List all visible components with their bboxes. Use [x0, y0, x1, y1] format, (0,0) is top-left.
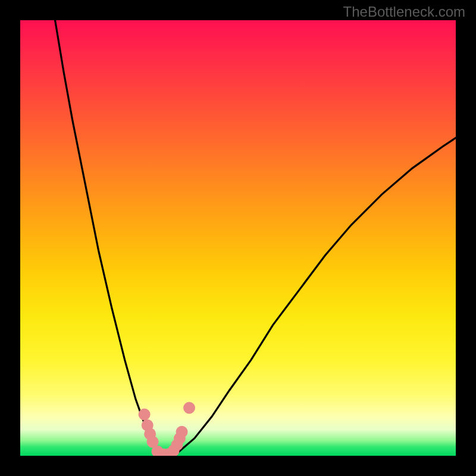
- curve-line: [55, 20, 456, 456]
- data-marker: [176, 426, 188, 438]
- data-marker: [139, 408, 151, 420]
- attribution-label: TheBottleneck.com: [343, 4, 465, 20]
- bottleneck-chart: [20, 20, 456, 456]
- data-markers: [139, 402, 195, 456]
- data-marker: [183, 402, 195, 414]
